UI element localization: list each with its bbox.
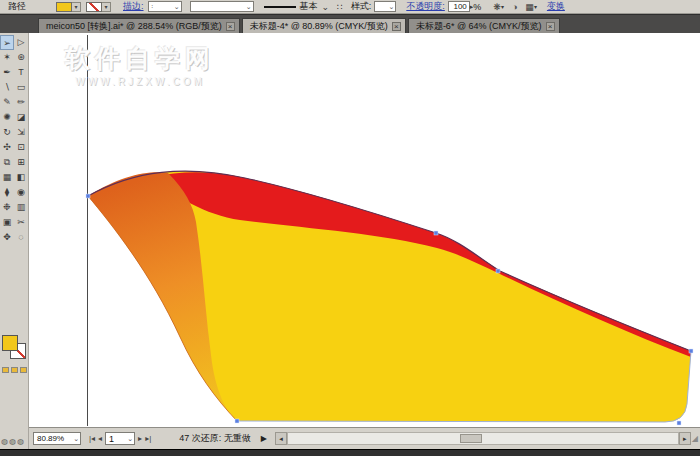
undo-status-text: 47 次还原: 无重做	[179, 432, 251, 445]
tool-icon[interactable]: ✒	[0, 65, 14, 80]
tab-close-icon[interactable]: ×	[226, 22, 235, 31]
tool-icon[interactable]: ⊞	[14, 155, 28, 170]
document-tab-bar: meicon50 [转换].ai* @ 288.54% (RGB/预览) × 未…	[0, 14, 700, 33]
status-flyout-icon[interactable]: ▶	[261, 434, 267, 443]
taskbar-strip	[0, 449, 700, 456]
artwork-svg	[29, 33, 700, 427]
horizontal-scrollbar[interactable]: ◂ ▸ ◢	[275, 432, 698, 446]
tool-icon[interactable]: ∖	[0, 80, 14, 95]
scroll-right-button[interactable]: ▸	[679, 432, 691, 445]
tool-icon[interactable]: ⧉	[0, 155, 14, 170]
tool-icon[interactable]: ⧫	[0, 185, 14, 200]
none-button[interactable]	[20, 367, 27, 373]
tool-icon[interactable]: ▷	[14, 35, 28, 50]
style-select[interactable]: ⌄	[374, 1, 396, 12]
tool-icon[interactable]: ✥	[0, 230, 14, 245]
first-artboard-button[interactable]: |◂	[89, 434, 95, 443]
anchor-point[interactable]	[496, 269, 500, 273]
tool-icon[interactable]: ⊛	[14, 50, 28, 65]
tool-icon[interactable]: ✎	[0, 95, 14, 110]
fill-color-swatch[interactable]	[56, 2, 72, 12]
opacity-input[interactable]: 100	[448, 1, 470, 12]
color-mode-buttons[interactable]	[2, 367, 27, 373]
stroke-caret-icon[interactable]: ▾	[102, 2, 111, 12]
tool-icon[interactable]: ▣	[0, 215, 14, 230]
tool-icon[interactable]: ◪	[14, 110, 28, 125]
tool-icon[interactable]: T	[14, 65, 28, 80]
style-label: 样式:	[351, 0, 372, 13]
document-tab-label: 未标题-6* @ 64% (CMYK/预览)	[416, 19, 542, 34]
anchor-point[interactable]	[677, 421, 681, 425]
opacity-unit: %	[473, 2, 481, 12]
gradient-button[interactable]	[11, 367, 18, 373]
toolbox-panel: ➢ ▷ ✶ ⊛ ✒ T ∖ ▭ ✎ ✏ ✺ ◪ ↻ ⇲ ✣ ⊡	[0, 33, 29, 449]
scrollbar-thumb[interactable]	[460, 434, 482, 443]
tool-icon[interactable]: ↻	[0, 125, 14, 140]
recolor-artwork-icon[interactable]: ∷	[337, 2, 343, 12]
tool-icon[interactable]: ⊡	[14, 140, 28, 155]
anchor-point[interactable]	[235, 419, 239, 423]
tool-icon[interactable]: ◌	[14, 230, 28, 245]
flare-icon[interactable]: ❋	[493, 2, 501, 12]
last-artboard-button[interactable]: ▸|	[145, 434, 151, 443]
tool-icon[interactable]: ◧	[14, 170, 28, 185]
color-button[interactable]	[2, 367, 9, 373]
screen-mode-icon[interactable]: ◍	[17, 437, 24, 446]
tool-icon[interactable]: ▦	[0, 170, 14, 185]
tool-icon[interactable]: ▥	[14, 200, 28, 215]
opacity-link[interactable]: 不透明度:	[406, 0, 445, 13]
anchor-point[interactable]	[689, 349, 693, 353]
stroke-color-swatch[interactable]	[86, 2, 102, 12]
grid-caret-icon[interactable]: ▾	[534, 3, 537, 10]
flare-caret-icon[interactable]: ▾	[501, 3, 504, 10]
tool-icon[interactable]: ▭	[14, 80, 28, 95]
document-tab[interactable]: meicon50 [转换].ai* @ 288.54% (RGB/预览) ×	[38, 18, 240, 34]
tool-icon[interactable]: ✣	[0, 140, 14, 155]
zoom-level-select[interactable]: 80.89%⌄	[33, 432, 81, 445]
scrollbar-track[interactable]	[287, 432, 679, 445]
brush-caret-icon[interactable]: ⌄	[322, 2, 330, 12]
document-tab[interactable]: 未标题-4* @ 80.89% (CMYK/预览) ×	[242, 18, 406, 34]
tab-close-icon[interactable]: ×	[546, 22, 555, 31]
scroll-left-button[interactable]: ◂	[275, 432, 287, 445]
align-grid-icon[interactable]: ▦	[525, 2, 534, 12]
selection-type-label: 路径	[8, 0, 26, 13]
tool-icon[interactable]: ✺	[0, 110, 14, 125]
control-bar: 路径 ▾ ▾ 描边: ∶⌄ ⌄ 基本 ⌄ ∷ 样式: ⌄ 不透明度: 100 ▸…	[0, 0, 700, 14]
tool-icon[interactable]: ⇲	[14, 125, 28, 140]
anchor-point[interactable]	[434, 231, 438, 235]
fill-caret-icon[interactable]: ▾	[72, 2, 81, 12]
tool-icon[interactable]: ➢	[0, 35, 14, 50]
stroke-panel-link[interactable]: 描边:	[123, 0, 144, 13]
brush-stroke-preview	[264, 6, 296, 8]
tool-icon[interactable]: ✂	[14, 215, 28, 230]
document-canvas[interactable]: 软件自学网 WWW.RJZXW.COM	[29, 33, 700, 427]
screen-mode-icon[interactable]: ◍	[9, 437, 16, 446]
sphere-icon[interactable]: ◑	[512, 2, 517, 12]
anchor-point[interactable]	[86, 194, 90, 198]
screen-mode-buttons[interactable]: ◍ ◍ ◍	[1, 437, 24, 446]
tool-icon[interactable]: ❉	[0, 200, 14, 215]
tool-icon[interactable]: ◉	[14, 185, 28, 200]
stroke-weight-select[interactable]: ∶⌄	[148, 1, 182, 12]
transform-link[interactable]: 变换	[547, 0, 565, 13]
status-bar: 80.89%⌄ |◂ ◂ 1⌄ ▸ ▸| 47 次还原: 无重做 ▶ ◂ ▸ ◢	[29, 427, 700, 449]
resize-grip-icon: ◢	[692, 434, 698, 443]
next-artboard-button[interactable]: ▸	[138, 434, 142, 443]
tab-close-icon[interactable]: ×	[392, 22, 401, 31]
stroke-profile-select[interactable]: ⌄	[190, 1, 254, 12]
tool-icon[interactable]: ✏	[14, 95, 28, 110]
document-tab[interactable]: 未标题-6* @ 64% (CMYK/预览) ×	[408, 18, 560, 34]
prev-artboard-button[interactable]: ◂	[98, 434, 102, 443]
document-tab-label: meicon50 [转换].ai* @ 288.54% (RGB/预览)	[46, 19, 222, 34]
brush-name[interactable]: 基本	[300, 0, 318, 13]
screen-mode-icon[interactable]: ◍	[1, 437, 8, 446]
document-tab-label: 未标题-4* @ 80.89% (CMYK/预览)	[250, 19, 388, 34]
toolbox-fill-swatch[interactable]	[2, 335, 18, 351]
artboard-number-select[interactable]: 1⌄	[105, 432, 135, 445]
tool-icon[interactable]: ✶	[0, 50, 14, 65]
